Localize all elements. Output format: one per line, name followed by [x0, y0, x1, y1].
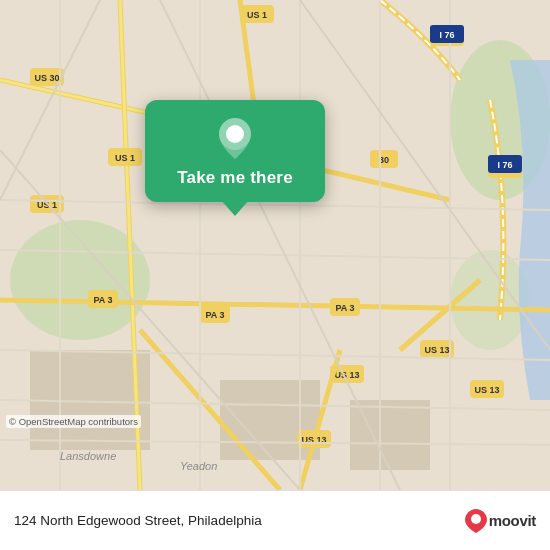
svg-point-44 — [471, 514, 481, 524]
svg-text:US 13: US 13 — [334, 370, 359, 380]
svg-point-43 — [228, 127, 242, 141]
moovit-icon — [465, 509, 487, 533]
svg-text:Lansdowne: Lansdowne — [60, 450, 116, 462]
moovit-logo: moovit — [465, 509, 536, 533]
address-text: 124 North Edgewood Street, Philadelphia — [14, 513, 262, 528]
svg-text:US 1: US 1 — [115, 153, 135, 163]
svg-text:US 13: US 13 — [474, 385, 499, 395]
svg-text:US 30: US 30 — [34, 73, 59, 83]
svg-text:I 76: I 76 — [497, 160, 512, 170]
svg-text:PA 3: PA 3 — [205, 310, 224, 320]
bottom-bar: 124 North Edgewood Street, Philadelphia … — [0, 490, 550, 550]
location-pin-icon — [213, 116, 257, 160]
svg-text:I 76: I 76 — [439, 30, 454, 40]
svg-text:Yeadon: Yeadon — [180, 460, 217, 472]
popup-card[interactable]: Take me there — [145, 100, 325, 202]
map-attribution: © OpenStreetMap contributors — [6, 415, 141, 428]
svg-text:US 13: US 13 — [424, 345, 449, 355]
svg-text:PA 3: PA 3 — [93, 295, 112, 305]
map-container: US 30 US 1 US 1 US 1 I 76 I 76 30 PA 3 P… — [0, 0, 550, 490]
popup-label: Take me there — [177, 168, 293, 188]
svg-text:US 1: US 1 — [247, 10, 267, 20]
svg-text:PA 3: PA 3 — [335, 303, 354, 313]
moovit-wordmark: moovit — [489, 512, 536, 529]
